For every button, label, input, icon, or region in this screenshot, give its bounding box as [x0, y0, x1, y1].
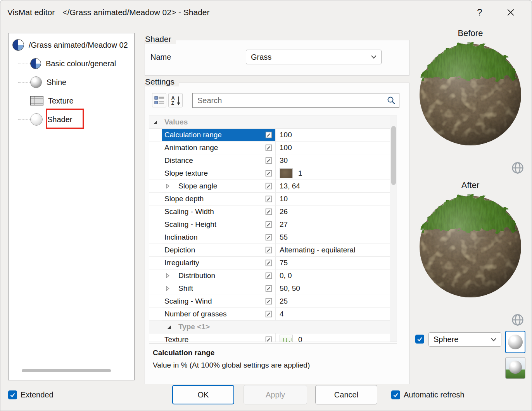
ok-button[interactable]: OK	[172, 385, 234, 404]
property-value-cell[interactable]: 10	[275, 193, 390, 206]
automatic-refresh-checkbox[interactable]	[391, 390, 400, 399]
preview-mode-scene-button[interactable]	[505, 357, 525, 379]
animate-flag-icon[interactable]	[265, 131, 272, 138]
animate-flag-icon[interactable]	[265, 234, 272, 241]
property-row[interactable]: Animation range 100	[149, 142, 390, 154]
search-input[interactable]	[192, 93, 399, 108]
property-row[interactable]: Scaling - Height 27	[149, 218, 390, 231]
expander-open-icon[interactable]	[167, 325, 171, 329]
close-button[interactable]	[500, 0, 522, 24]
property-row[interactable]: Inclination 55	[149, 231, 390, 244]
property-name-cell[interactable]: Texture	[162, 333, 275, 342]
property-row[interactable]: Shift 50, 50	[149, 282, 390, 295]
shader-name-dropdown[interactable]: Grass	[246, 50, 382, 64]
property-value-cell[interactable]: 13, 64	[275, 180, 390, 193]
apply-button[interactable]: Apply	[244, 385, 307, 404]
property-row[interactable]: Texture 0	[149, 333, 390, 342]
property-name-cell[interactable]: Inclination	[162, 231, 275, 244]
preview-shape-dropdown[interactable]: Sphere	[428, 332, 501, 347]
animate-flag-icon[interactable]	[265, 298, 272, 305]
property-value-cell[interactable]: 1	[275, 167, 390, 180]
property-value-cell[interactable]: Alternating - equilateral	[275, 244, 390, 257]
property-name-cell[interactable]: Distance	[162, 154, 275, 167]
animate-flag-icon[interactable]	[265, 170, 272, 177]
property-name-cell[interactable]: Slope angle	[162, 180, 275, 193]
property-value-cell[interactable]: 50, 50	[275, 282, 390, 295]
animate-flag-icon[interactable]	[265, 144, 272, 151]
globe-icon[interactable]	[511, 314, 524, 326]
tree-item-material-root[interactable]: /Grass animated/Meadow 02	[9, 36, 135, 54]
property-row[interactable]: Number of grasses 4	[149, 308, 390, 321]
animate-flag-icon[interactable]	[265, 311, 272, 318]
animate-flag-icon[interactable]	[265, 183, 272, 190]
grass-texture-thumbnail[interactable]	[280, 335, 293, 342]
scrollbar-thumb[interactable]	[22, 369, 111, 372]
property-row[interactable]: Scaling - Width 26	[149, 206, 390, 218]
property-name-cell[interactable]: Depiction	[162, 244, 275, 257]
tree-horizontal-scrollbar[interactable]	[9, 368, 134, 373]
cancel-button[interactable]: Cancel	[315, 385, 377, 404]
property-name-cell[interactable]: Number of grasses	[162, 308, 275, 321]
globe-icon[interactable]	[511, 162, 524, 174]
tree-item-texture[interactable]: Texture	[9, 92, 135, 110]
property-name-cell[interactable]: Animation range	[162, 142, 275, 154]
row-gutter	[149, 269, 162, 282]
sort-az-button[interactable]	[168, 93, 183, 107]
property-name-cell[interactable]: Scaling - Width	[162, 206, 275, 218]
property-value-cell[interactable]: 4	[275, 308, 390, 321]
animate-flag-icon[interactable]	[265, 285, 272, 292]
categorized-view-button[interactable]	[152, 93, 166, 107]
tree-item-shine[interactable]: Shine	[9, 73, 135, 92]
animate-flag-icon[interactable]	[265, 157, 272, 164]
property-value: 0	[298, 335, 302, 342]
expander-closed-icon[interactable]	[165, 286, 170, 291]
property-value-cell[interactable]: 55	[275, 231, 390, 244]
property-row[interactable]: Scaling - Wind 25	[149, 295, 390, 308]
property-value-cell[interactable]: 100	[275, 129, 390, 142]
property-row[interactable]: Depiction Alternating - equilateral	[149, 244, 390, 257]
animate-flag-icon[interactable]	[265, 336, 272, 342]
animate-flag-icon[interactable]	[265, 221, 272, 228]
animate-flag-icon[interactable]	[265, 247, 272, 254]
property-name-cell[interactable]: Irregularity	[162, 257, 275, 269]
slope-texture-thumbnail[interactable]	[280, 168, 293, 178]
help-button[interactable]: ?	[470, 0, 489, 24]
animate-flag-icon[interactable]	[265, 259, 272, 266]
grid-vertical-scrollbar[interactable]	[390, 116, 397, 342]
extended-checkbox[interactable]	[8, 390, 17, 399]
property-group-header-type1[interactable]: Type <1>	[149, 321, 390, 333]
property-value-cell[interactable]: 100	[275, 142, 390, 154]
property-row[interactable]: Calculation range 100	[149, 129, 390, 142]
property-row[interactable]: Distance 30	[149, 154, 390, 167]
property-name-cell[interactable]: Slope depth	[162, 193, 275, 206]
expander-closed-icon[interactable]	[165, 273, 170, 278]
property-group-header-values[interactable]: Values	[149, 116, 390, 129]
preview-mode-sphere-button[interactable]	[505, 331, 525, 353]
property-name-cell[interactable]: Slope texture	[162, 167, 275, 180]
property-name-cell[interactable]: Shift	[162, 282, 275, 295]
animate-flag-icon[interactable]	[265, 195, 272, 202]
property-value-cell[interactable]: 26	[275, 206, 390, 218]
property-row[interactable]: Distribution 0, 0	[149, 269, 390, 282]
animate-flag-icon[interactable]	[265, 272, 272, 279]
property-value-cell[interactable]: 0	[275, 333, 390, 342]
property-name-cell[interactable]: Distribution	[162, 269, 275, 282]
property-value-cell[interactable]: 27	[275, 218, 390, 231]
property-value-cell[interactable]: 25	[275, 295, 390, 308]
property-row[interactable]: Slope angle 13, 64	[149, 180, 390, 193]
property-value-cell[interactable]: 75	[275, 257, 390, 269]
property-row[interactable]: Slope depth 10	[149, 193, 390, 206]
preview-shape-checkbox[interactable]	[415, 335, 424, 344]
property-value-cell[interactable]: 0, 0	[275, 269, 390, 282]
property-name-cell[interactable]: Scaling - Wind	[162, 295, 275, 308]
scrollbar-thumb[interactable]	[391, 126, 396, 185]
property-row[interactable]: Slope texture 1	[149, 167, 390, 180]
animate-flag-icon[interactable]	[265, 208, 272, 215]
property-row[interactable]: Irregularity 75	[149, 257, 390, 269]
expander-closed-icon[interactable]	[165, 184, 170, 188]
expander-open-icon[interactable]	[153, 120, 157, 124]
property-name-cell[interactable]: Scaling - Height	[162, 218, 275, 231]
tree-item-basic-colour[interactable]: Basic colour/general	[9, 54, 135, 73]
property-name-cell[interactable]: Calculation range	[162, 129, 275, 142]
property-value-cell[interactable]: 30	[275, 154, 390, 167]
